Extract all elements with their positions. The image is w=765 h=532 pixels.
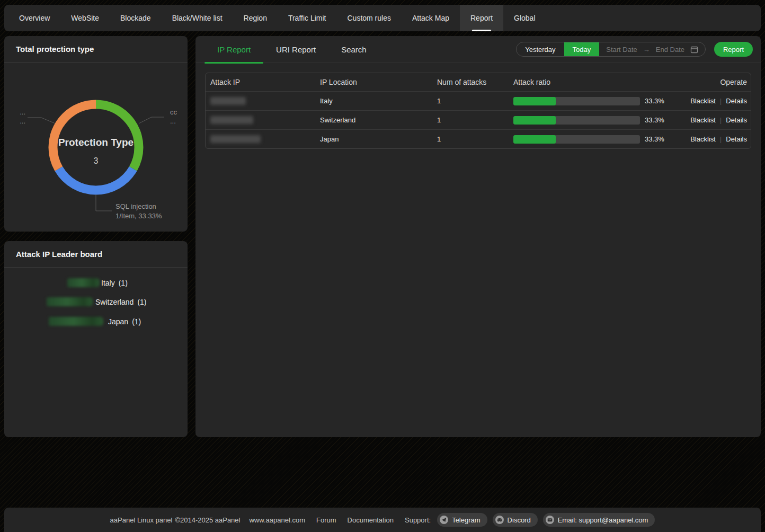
leaderboard-country: Japan: [108, 317, 128, 326]
col-header-attack-ip: Attack IP: [206, 78, 320, 86]
donut-leader-line-bottom: [96, 194, 112, 211]
redacted-ip-bar: [47, 297, 93, 306]
table-row: Switzerland 1 33.3% Blacklist | Details: [206, 110, 751, 129]
footer-forum-link[interactable]: Forum: [316, 516, 336, 524]
col-header-ip-location: IP Location: [320, 78, 437, 86]
details-link[interactable]: Details: [726, 97, 747, 105]
attack-ratio-fill: [513, 97, 556, 105]
table-header-row: Attack IP IP Location Num of attacks Att…: [206, 73, 751, 91]
report-panel: IP Report URI Report Search Yesterday To…: [195, 36, 761, 437]
leaderboard-row: Japan(1): [4, 312, 188, 331]
cell-ip-location: Italy: [320, 97, 437, 105]
nav-item-attack-map[interactable]: Attack Map: [402, 5, 460, 31]
nav-item-website[interactable]: WebSite: [60, 5, 110, 31]
footer-documentation-link[interactable]: Documentation: [348, 516, 394, 524]
cell-num-of-attacks: 1: [437, 135, 513, 143]
cell-ip-location: Japan: [320, 135, 437, 143]
date-range-group: Yesterday Today Start Date → End Date: [516, 42, 706, 57]
attack-ratio-label: 33.3%: [645, 97, 664, 105]
tab-uri-report[interactable]: URI Report: [263, 36, 328, 63]
telegram-label: Telegram: [452, 516, 480, 524]
calendar-icon[interactable]: [690, 46, 698, 54]
leaderboard-row: Italy(1): [4, 273, 188, 292]
protection-type-donut-chart: ... ... cc ... SQL injection 1/Item, 33.…: [4, 63, 188, 232]
action-divider: |: [720, 97, 722, 105]
nav-item-custom-rules[interactable]: Custom rules: [337, 5, 402, 31]
nav-item-black-white-list[interactable]: Black/White list: [162, 5, 233, 31]
discord-button[interactable]: Discord: [493, 513, 538, 527]
leaderboard-count: (1): [137, 298, 146, 306]
yesterday-button[interactable]: Yesterday: [517, 42, 564, 57]
email-button[interactable]: Email: support@aapanel.com: [543, 513, 655, 527]
today-button[interactable]: Today: [564, 42, 600, 57]
cell-num-of-attacks: 1: [437, 116, 513, 124]
donut-label-bottom-value: 1/Item, 33.33%: [115, 212, 162, 220]
tab-ip-report[interactable]: IP Report: [204, 36, 263, 63]
nav-item-report[interactable]: Report: [460, 5, 503, 31]
total-protection-type-card: Total protection type ... ... cc ... SQL…: [4, 36, 188, 232]
nav-item-traffic-limit[interactable]: Traffic Limit: [278, 5, 337, 31]
discord-icon: [495, 516, 504, 524]
donut-label-bottom-name: SQL injection: [115, 202, 156, 210]
start-date-placeholder[interactable]: Start Date: [606, 46, 637, 54]
card-title-total-protection-type: Total protection type: [4, 36, 188, 63]
footer-website-link[interactable]: www.aapanel.com: [249, 516, 305, 524]
donut-label-left-value: ...: [20, 117, 25, 125]
col-header-num-of-attacks: Num of attacks: [437, 78, 513, 86]
report-panel-header: IP Report URI Report Search Yesterday To…: [195, 36, 761, 63]
attack-ratio-label: 33.3%: [645, 116, 664, 124]
nav-item-overview[interactable]: Overview: [8, 5, 60, 31]
redacted-attack-ip: [210, 116, 253, 124]
nav-item-global[interactable]: Global: [503, 5, 546, 31]
report-button[interactable]: Report: [714, 42, 753, 57]
attack-ratio-label: 33.3%: [645, 135, 664, 143]
footer: aaPanel Linux panel ©2014-2025 aaPanel w…: [4, 508, 761, 532]
nav-item-region[interactable]: Region: [233, 5, 278, 31]
details-link[interactable]: Details: [726, 116, 747, 124]
telegram-icon: [440, 516, 448, 524]
attack-ip-leaderboard-card: Attack IP Leader board Italy(1) Switzerl…: [4, 241, 188, 437]
action-divider: |: [720, 135, 722, 143]
blacklist-link[interactable]: Blacklist: [690, 135, 716, 143]
telegram-button[interactable]: Telegram: [437, 513, 487, 527]
redacted-attack-ip: [210, 97, 246, 105]
end-date-placeholder[interactable]: End Date: [656, 46, 684, 54]
action-divider: |: [720, 116, 722, 124]
attack-ratio-fill: [513, 116, 556, 125]
blacklist-link[interactable]: Blacklist: [690, 97, 716, 105]
donut-center-value: 3: [94, 156, 99, 165]
blacklist-link[interactable]: Blacklist: [690, 116, 716, 124]
card-title-attack-ip-leaderboard: Attack IP Leader board: [4, 241, 188, 268]
attack-ratio-bar: [513, 116, 640, 125]
leaderboard-count: (1): [132, 317, 141, 326]
table-row: Italy 1 33.3% Blacklist | Details: [206, 91, 751, 110]
date-range-picker[interactable]: Start Date → End Date: [599, 46, 705, 54]
attack-ratio-bar: [513, 135, 640, 144]
footer-copyright: ©2014-2025 aaPanel: [175, 516, 240, 524]
donut-leader-line-right: [139, 117, 164, 123]
footer-brand: aaPanel Linux panel: [110, 516, 173, 524]
cell-num-of-attacks: 1: [437, 97, 513, 105]
redacted-ip-bar: [67, 278, 100, 287]
report-controls: Yesterday Today Start Date → End Date Re…: [516, 42, 753, 57]
arrow-right-icon: →: [643, 46, 650, 54]
redacted-attack-ip: [210, 135, 261, 143]
attack-ratio-fill: [513, 135, 556, 144]
leaderboard-row: Switzerland(1): [4, 292, 188, 312]
col-header-attack-ratio: Attack ratio: [513, 78, 672, 86]
details-link[interactable]: Details: [726, 135, 747, 143]
tab-search[interactable]: Search: [328, 36, 379, 63]
donut-leader-line-left: [28, 118, 55, 123]
donut-label-right-name: cc: [170, 108, 177, 116]
donut-label-left-name: ...: [20, 108, 25, 116]
attack-ratio-bar: [513, 97, 640, 105]
top-nav: Overview WebSite Blockade Black/White li…: [4, 5, 761, 31]
table-row: Japan 1 33.3% Blacklist | Details: [206, 129, 751, 148]
nav-item-blockade[interactable]: Blockade: [110, 5, 162, 31]
redacted-ip-bar: [49, 317, 103, 326]
donut-label-right-value: ...: [170, 117, 176, 125]
discord-label: Discord: [508, 516, 531, 524]
donut-center-title: Protection Type: [58, 137, 134, 148]
email-label: Email: support@aapanel.com: [558, 516, 648, 524]
leaderboard-country: Italy: [101, 279, 115, 287]
